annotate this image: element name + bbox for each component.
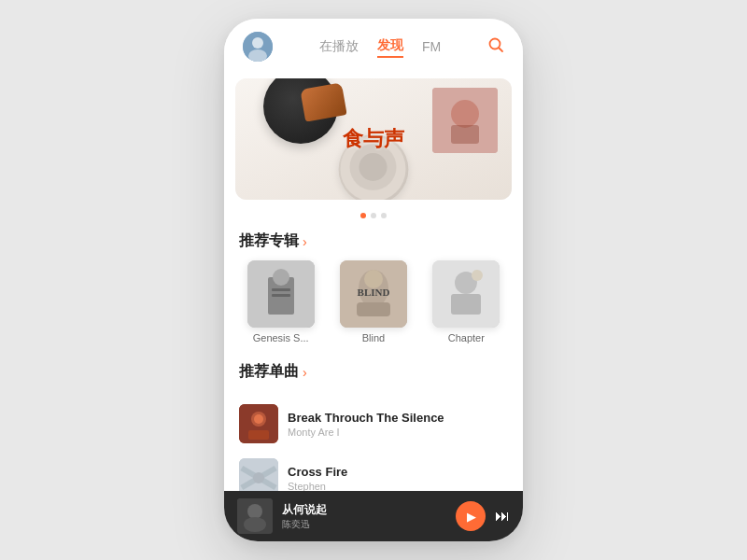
search-icon[interactable]	[487, 36, 504, 58]
content-area: 食与声 推荐专辑 ›	[224, 71, 523, 491]
tab-fm[interactable]: FM	[422, 37, 441, 56]
albums-arrow-icon[interactable]: ›	[303, 234, 307, 249]
album-cover-genesis	[247, 260, 315, 328]
avatar[interactable]	[243, 32, 273, 62]
now-playing-controls: ▶ ⏭	[456, 501, 510, 531]
song-title-break: Break Throuch The Silence	[288, 411, 508, 425]
svg-point-10	[359, 153, 388, 181]
album-item-genesis[interactable]: Genesis S...	[239, 260, 322, 343]
songs-title-text: 推荐单曲	[239, 362, 299, 382]
banner[interactable]: 食与声	[235, 78, 512, 200]
play-button[interactable]: ▶	[456, 501, 486, 531]
album-name-genesis: Genesis S...	[253, 332, 309, 343]
tab-discover[interactable]: 发现	[377, 35, 403, 58]
svg-point-34	[247, 504, 262, 519]
svg-point-3	[490, 38, 500, 49]
now-playing-bar: 从何说起 陈奕迅 ▶ ⏭	[224, 491, 523, 541]
svg-rect-15	[272, 294, 290, 297]
tab-now-playing[interactable]: 在播放	[319, 36, 359, 57]
svg-text:BLIND: BLIND	[358, 287, 390, 298]
banner-dots	[224, 207, 523, 222]
song-cover-crossfire	[239, 458, 278, 491]
song-list: Break Throuch The Silence Monty Are I	[224, 397, 523, 491]
svg-point-13	[273, 269, 289, 286]
svg-line-4	[500, 48, 503, 51]
svg-point-24	[472, 270, 483, 281]
now-playing-info: 从何说起 陈奕迅	[282, 502, 446, 531]
song-cover-break	[239, 404, 278, 443]
song-item-break[interactable]: Break Throuch The Silence Monty Are I	[224, 397, 523, 451]
album-item-blind[interactable]: BLIND Blind	[331, 260, 415, 343]
song-artist-crossfire: Stephen	[288, 481, 508, 492]
navigation-bar: 在播放 发现 FM	[224, 19, 523, 71]
skip-button[interactable]: ⏭	[495, 508, 510, 525]
svg-point-35	[244, 517, 266, 532]
album-cover-blind: BLIND	[340, 260, 407, 328]
svg-point-6	[451, 100, 479, 128]
now-playing-cover	[237, 498, 273, 534]
svg-rect-23	[451, 294, 481, 315]
plate-decoration-2	[432, 88, 498, 153]
album-name-chapter: Chapter	[448, 332, 485, 343]
dot-2[interactable]	[371, 213, 376, 218]
svg-point-18	[364, 270, 383, 288]
play-icon: ▶	[467, 510, 476, 524]
now-playing-title: 从何说起	[282, 502, 446, 518]
avatar-image	[243, 32, 273, 62]
albums-title-text: 推荐专辑	[239, 231, 299, 251]
song-title-crossfire: Cross Fire	[288, 465, 508, 479]
svg-rect-19	[357, 302, 390, 316]
song-info-crossfire: Cross Fire Stephen	[288, 465, 508, 492]
album-item-chapter[interactable]: Chapter	[425, 260, 508, 343]
svg-point-32	[253, 472, 264, 483]
album-cover-chapter	[432, 260, 500, 328]
now-playing-artist: 陈奕迅	[282, 518, 446, 531]
dot-1[interactable]	[360, 213, 366, 218]
svg-rect-14	[272, 288, 290, 291]
nav-items: 在播放 发现 FM	[273, 35, 487, 58]
banner-title: 食与声	[343, 125, 404, 153]
svg-point-27	[254, 414, 263, 424]
section-title-songs: 推荐单曲 ›	[239, 362, 508, 382]
svg-rect-28	[248, 430, 269, 440]
dot-3[interactable]	[381, 213, 387, 218]
song-artist-break: Monty Are I	[288, 427, 508, 438]
recommended-songs-section: 推荐单曲 ›	[224, 353, 523, 397]
section-title-albums: 推荐专辑 ›	[239, 231, 508, 251]
song-info-break: Break Throuch The Silence Monty Are I	[288, 411, 508, 438]
songs-arrow-icon[interactable]: ›	[303, 365, 307, 380]
banner-visual: 食与声	[235, 78, 512, 200]
svg-point-1	[252, 37, 263, 49]
svg-rect-7	[451, 125, 479, 144]
phone-container: 在播放 发现 FM	[224, 19, 523, 541]
recommended-albums-section: 推荐专辑 ›	[224, 222, 523, 353]
song-item-crossfire[interactable]: Cross Fire Stephen	[224, 451, 523, 491]
albums-row: Genesis S... BLIND	[239, 260, 508, 347]
album-name-blind: Blind	[362, 332, 385, 343]
